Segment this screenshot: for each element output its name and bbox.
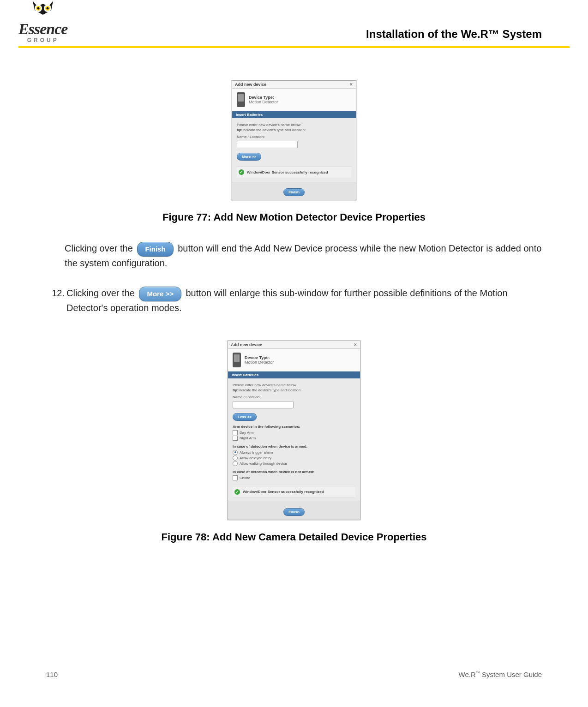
dialog-title-text: Add new device <box>231 342 262 347</box>
arm-scenarios-header: Arm device in the following scenarios: <box>233 425 355 429</box>
radio-delayed-entry[interactable] <box>233 455 238 461</box>
less-button[interactable]: Less << <box>233 413 257 421</box>
name-input[interactable] <box>233 401 294 408</box>
label-walk-through: Allow walking through device <box>240 461 287 466</box>
tip-label: tip: <box>237 128 242 132</box>
status-row: ✓ Window/Door Sensor successfully recogn… <box>237 166 351 178</box>
finish-button[interactable]: Finish <box>283 188 305 196</box>
svg-point-4 <box>37 7 40 10</box>
check-icon: ✓ <box>234 489 240 495</box>
status-row: ✓ Window/Door Sensor successfully recogn… <box>233 486 355 498</box>
brand-logo: Essence GROUP <box>18 0 67 43</box>
paragraph-finish: Clicking over the Finish button will end… <box>65 242 542 270</box>
figure-caption-78: Figure 78: Add New Camera Detailed Devic… <box>46 531 542 543</box>
svg-point-5 <box>47 7 49 10</box>
status-text: Window/Door Sensor successfully recogniz… <box>243 490 324 494</box>
step-12: 12. Clicking over the More >> button wil… <box>46 287 542 315</box>
dialog-titlebar: Add new device ✕ <box>228 341 360 349</box>
tip-text: indicate the device's type and location: <box>238 388 301 392</box>
label-night-arm: Night Arm <box>240 436 256 440</box>
brand-name: Essence <box>18 20 67 38</box>
device-icon <box>237 92 245 107</box>
owl-icon <box>28 0 58 22</box>
name-label: Name / Location: <box>237 135 351 139</box>
label-always-trigger: Always trigger alarm <box>240 450 273 455</box>
checkbox-night-arm[interactable] <box>233 436 238 441</box>
device-type-row: Device Type: Motion Detector <box>228 349 360 371</box>
label-day-arm: Day Arm <box>240 431 254 435</box>
step-number: 12. <box>46 287 65 315</box>
close-icon[interactable]: ✕ <box>349 82 353 87</box>
checkbox-day-arm[interactable] <box>233 430 238 435</box>
page-footer: 110 We.R™ System User Guide <box>46 671 542 678</box>
tip-text: indicate the device's type and location: <box>242 128 306 132</box>
brand-sub: GROUP <box>27 37 59 43</box>
label-chime: Chime <box>240 476 250 480</box>
finish-button[interactable]: Finish <box>283 508 305 516</box>
radio-walk-through[interactable] <box>233 461 238 466</box>
device-icon <box>233 353 241 367</box>
device-type-label: Device Type: <box>249 95 278 100</box>
dialog-title-text: Add new device <box>235 82 266 87</box>
checkbox-chime[interactable] <box>233 475 238 480</box>
device-type-value: Motion Detector <box>245 360 274 365</box>
device-type-row: Device Type: Motion Detector <box>232 89 356 111</box>
name-label: Name / Location: <box>233 395 355 399</box>
name-input[interactable] <box>237 141 298 148</box>
step-bar: Insert Batteries <box>232 111 356 118</box>
inline-finish-button[interactable]: Finish <box>137 242 173 257</box>
step-bar: Insert Batteries <box>228 371 360 378</box>
device-type-label: Device Type: <box>245 355 274 360</box>
notarmed-detection-header: In case of detection when device is not … <box>233 470 355 474</box>
inline-more-button[interactable]: More >> <box>139 287 181 301</box>
check-icon: ✓ <box>239 169 244 175</box>
device-type-value: Motion Detector <box>249 100 278 104</box>
label-delayed-entry: Allow delayed entry <box>240 456 271 460</box>
dialog-add-device-basic: Add new device ✕ Device Type: Motion Det… <box>232 80 356 200</box>
instruction-text: Please enter new device's name below <box>233 383 355 387</box>
close-icon[interactable]: ✕ <box>354 342 357 347</box>
page-number: 110 <box>46 671 58 678</box>
tip-label: tip: <box>233 388 238 392</box>
dialog-titlebar: Add new device ✕ <box>232 81 356 89</box>
radio-always-trigger[interactable] <box>233 450 238 455</box>
armed-detection-header: In case of detection when device is arme… <box>233 444 355 449</box>
doc-section-title: Installation of the We.R™ System <box>366 28 542 41</box>
instruction-text: Please enter new device's name below <box>237 123 351 127</box>
header-rule <box>18 46 570 48</box>
figure-caption-77: Figure 77: Add New Motion Detector Devic… <box>46 211 542 223</box>
status-text: Window/Door Sensor successfully recogniz… <box>247 170 328 174</box>
more-button[interactable]: More >> <box>237 153 261 161</box>
dialog-add-device-detailed: Add new device ✕ Device Type: Motion Det… <box>228 341 360 520</box>
guide-name: We.R™ System User Guide <box>459 671 542 678</box>
